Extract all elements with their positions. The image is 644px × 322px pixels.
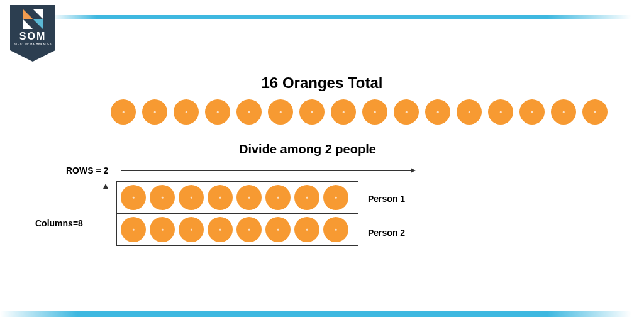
logo: SOM STORY OF MATHEMATICS	[10, 5, 55, 63]
person2-label: Person 2	[368, 228, 405, 238]
orange-icon	[519, 99, 545, 125]
grid-row-person2	[117, 213, 358, 245]
logo-badge: SOM STORY OF MATHEMATICS	[10, 5, 55, 50]
orange-icon	[331, 99, 356, 125]
person1-label: Person 1	[368, 194, 405, 204]
logo-subtext: STORY OF MATHEMATICS	[14, 42, 52, 45]
orange-icon	[299, 99, 325, 125]
orange-icon	[425, 99, 450, 125]
orange-icon	[150, 217, 175, 242]
orange-icon	[121, 217, 146, 242]
arrow-right-icon	[121, 170, 411, 171]
orange-icon	[142, 99, 167, 125]
orange-icon	[323, 185, 348, 210]
orange-icon	[362, 99, 387, 125]
orange-icon	[268, 99, 293, 125]
logo-text: SOM	[19, 31, 46, 42]
page-title: 16 Oranges Total	[262, 74, 383, 92]
orange-icon	[265, 185, 291, 210]
bottom-accent-bar	[0, 311, 644, 317]
orange-icon	[208, 185, 233, 210]
orange-icon	[294, 217, 319, 242]
division-grid	[116, 181, 358, 246]
orange-icon	[150, 185, 175, 210]
orange-icon	[323, 217, 348, 242]
orange-icon	[111, 99, 136, 125]
grid-row-person1	[117, 182, 358, 213]
subtitle: Divide among 2 people	[239, 142, 376, 157]
orange-icon	[582, 99, 608, 125]
orange-icon	[179, 217, 204, 242]
orange-icon	[457, 99, 482, 125]
top-accent-bar	[0, 15, 644, 19]
logo-icon	[23, 9, 43, 29]
orange-icon	[265, 217, 291, 242]
arrow-up-icon	[106, 189, 106, 251]
orange-icon	[294, 185, 319, 210]
orange-icon	[174, 99, 199, 125]
orange-icon	[205, 99, 230, 125]
orange-icon	[236, 217, 262, 242]
orange-icon	[236, 99, 262, 125]
orange-row-total	[111, 99, 608, 125]
orange-icon	[488, 99, 513, 125]
orange-icon	[236, 185, 262, 210]
orange-icon	[208, 217, 233, 242]
orange-icon	[121, 185, 146, 210]
rows-label: ROWS = 2	[66, 165, 108, 175]
orange-icon	[394, 99, 419, 125]
orange-icon	[179, 185, 204, 210]
orange-icon	[551, 99, 576, 125]
columns-label: Columns=8	[35, 218, 83, 228]
